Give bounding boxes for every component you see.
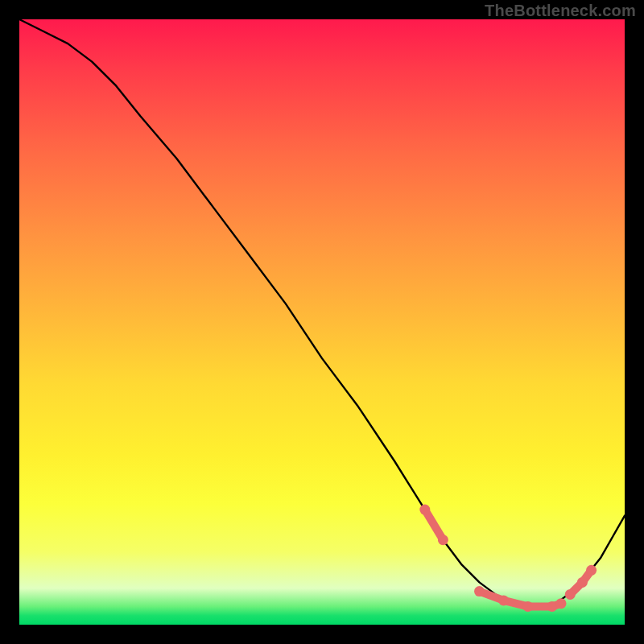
highlight-dot <box>556 598 567 609</box>
highlight-dot <box>586 565 597 576</box>
bottleneck-curve <box>19 19 625 606</box>
bottleneck-chart <box>19 19 625 625</box>
highlight-dot <box>474 586 485 597</box>
highlight-dot <box>498 595 509 605</box>
highlight-dot <box>577 577 588 588</box>
highlight-dot <box>438 535 448 545</box>
highlight-dot <box>565 589 576 600</box>
highlight-dot <box>522 601 533 612</box>
highlight-segment <box>425 510 444 540</box>
highlight-dot <box>547 601 557 612</box>
chart-area <box>19 19 625 625</box>
highlight-dot <box>419 505 430 515</box>
highlight-markers <box>419 505 597 612</box>
attribution-text: TheBottleneck.com <box>485 2 636 20</box>
